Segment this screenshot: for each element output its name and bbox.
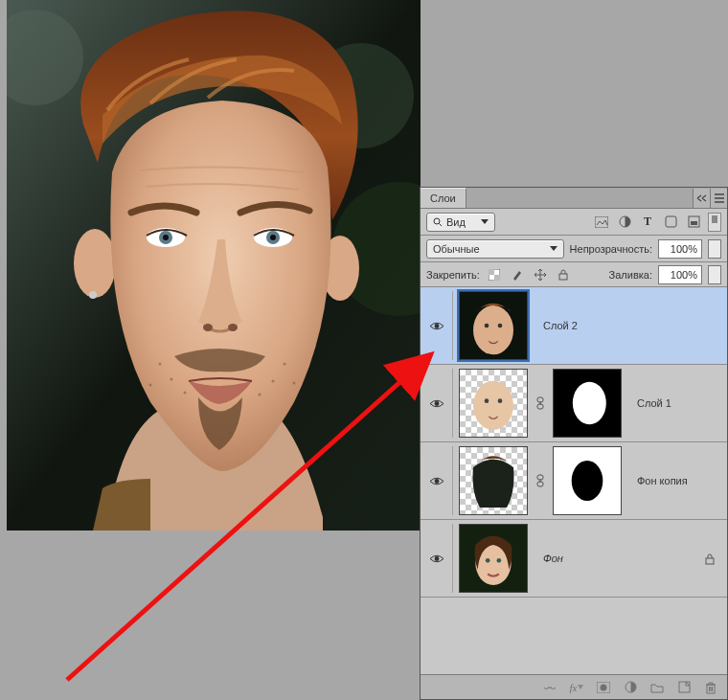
- svg-point-38: [434, 324, 439, 328]
- panel-tabbar: Слои: [421, 188, 727, 209]
- layer-thumbnail[interactable]: [459, 291, 528, 360]
- svg-point-16: [171, 378, 173, 381]
- svg-point-17: [184, 392, 187, 395]
- svg-point-12: [270, 235, 276, 240]
- lock-move-icon[interactable]: [532, 266, 549, 283]
- layer-name[interactable]: Фон копия: [627, 475, 688, 486]
- lock-transparent-icon[interactable]: [486, 266, 503, 283]
- lock-fill-row: Закрепить: Заливка: 100%: [421, 262, 727, 287]
- lock-paint-icon[interactable]: [509, 266, 526, 283]
- svg-point-23: [207, 432, 210, 435]
- svg-point-51: [434, 479, 439, 484]
- chevron-down-icon: [481, 219, 489, 224]
- opacity-input[interactable]: 100%: [658, 239, 702, 259]
- layer-row[interactable]: Слой 1: [421, 365, 727, 442]
- fx-icon[interactable]: fx: [568, 679, 585, 696]
- fill-flyout-button[interactable]: [708, 265, 721, 284]
- lock-badge-icon: [704, 553, 716, 565]
- svg-point-58: [434, 556, 439, 561]
- svg-point-41: [485, 324, 489, 328]
- svg-point-61: [486, 558, 490, 563]
- svg-rect-36: [494, 275, 500, 281]
- opacity-value: 100%: [671, 243, 697, 255]
- image-filter-icon[interactable]: [593, 214, 610, 231]
- opacity-flyout-button[interactable]: [708, 239, 721, 259]
- fill-input[interactable]: 100%: [658, 265, 702, 284]
- svg-rect-33: [712, 215, 717, 223]
- svg-point-19: [284, 363, 286, 366]
- kind-filter-select[interactable]: Вид: [426, 213, 495, 232]
- mask-thumbnail[interactable]: [553, 369, 622, 438]
- layer-row[interactable]: Фон копия: [421, 442, 727, 520]
- link-icon[interactable]: [534, 473, 547, 488]
- svg-point-18: [149, 384, 152, 387]
- blend-opacity-row: Обычные Непрозрачность: 100%: [421, 236, 727, 262]
- panel-menu-icon[interactable]: [710, 189, 727, 208]
- search-icon: [433, 217, 443, 227]
- fill-label: Заливка:: [609, 269, 652, 281]
- lock-label: Закрепить:: [426, 269, 480, 281]
- layer-row[interactable]: Фон: [421, 520, 727, 598]
- svg-rect-37: [559, 274, 567, 280]
- svg-point-50: [573, 382, 606, 424]
- chevron-down-icon: [550, 246, 557, 251]
- eye-icon[interactable]: [429, 321, 444, 331]
- svg-point-9: [163, 235, 169, 240]
- eye-icon[interactable]: [429, 476, 444, 486]
- link-icon[interactable]: [534, 395, 547, 411]
- panel-bottombar: fx: [421, 674, 727, 699]
- svg-point-6: [89, 291, 97, 299]
- type-filter-icon[interactable]: T: [639, 214, 656, 231]
- svg-point-13: [203, 324, 213, 331]
- adjustment-icon[interactable]: [622, 679, 639, 696]
- svg-point-24: [230, 432, 233, 435]
- svg-point-4: [74, 229, 116, 298]
- svg-rect-35: [489, 269, 494, 275]
- eye-icon[interactable]: [429, 398, 444, 409]
- svg-point-14: [228, 324, 238, 331]
- svg-point-65: [601, 684, 607, 690]
- trash-icon[interactable]: [702, 679, 719, 696]
- tab-layers[interactable]: Слои: [421, 188, 466, 208]
- opacity-label: Непрозрачность:: [570, 243, 652, 255]
- mask-thumbnail[interactable]: [553, 446, 622, 515]
- blend-mode-select[interactable]: Обычные: [426, 239, 564, 259]
- link-icon[interactable]: [541, 679, 558, 696]
- layer-name[interactable]: Слой 2: [534, 320, 578, 331]
- mask-icon[interactable]: [595, 679, 612, 696]
- group-icon[interactable]: [648, 679, 666, 696]
- svg-rect-63: [706, 558, 714, 564]
- layer-name[interactable]: Фон: [534, 553, 563, 564]
- svg-point-45: [485, 398, 489, 403]
- svg-line-27: [440, 223, 443, 226]
- blend-mode-value: Обычные: [433, 243, 480, 255]
- filter-toggle-icon[interactable]: [708, 213, 721, 232]
- layers-list: Слой 2 Слой 1: [421, 287, 727, 674]
- svg-point-26: [434, 218, 440, 224]
- svg-point-20: [272, 380, 275, 383]
- svg-point-42: [498, 324, 503, 328]
- svg-rect-32: [691, 221, 697, 225]
- layers-panel: Слои Вид T Обычные Непрозрачность: 100% …: [420, 187, 728, 700]
- layer-thumbnail[interactable]: [459, 369, 528, 438]
- shape-filter-icon[interactable]: [662, 214, 679, 231]
- layer-thumbnail[interactable]: [459, 524, 528, 593]
- svg-point-62: [497, 558, 502, 563]
- document-canvas[interactable]: [7, 0, 421, 531]
- smart-filter-icon[interactable]: [685, 214, 702, 231]
- svg-point-22: [293, 382, 296, 385]
- panel-filter-bar: Вид T: [421, 209, 727, 236]
- svg-point-46: [498, 398, 503, 403]
- svg-point-44: [473, 381, 513, 430]
- svg-point-40: [473, 305, 513, 354]
- svg-point-21: [259, 394, 262, 396]
- new-layer-icon[interactable]: [675, 679, 693, 696]
- eye-icon[interactable]: [429, 553, 444, 564]
- lock-all-icon[interactable]: [555, 266, 572, 283]
- adjust-filter-icon[interactable]: [616, 214, 633, 231]
- layer-thumbnail[interactable]: [459, 446, 528, 515]
- collapse-icon[interactable]: [693, 189, 710, 208]
- layer-name[interactable]: Слой 1: [627, 397, 671, 409]
- svg-point-15: [159, 363, 162, 366]
- layer-row[interactable]: Слой 2: [421, 287, 727, 365]
